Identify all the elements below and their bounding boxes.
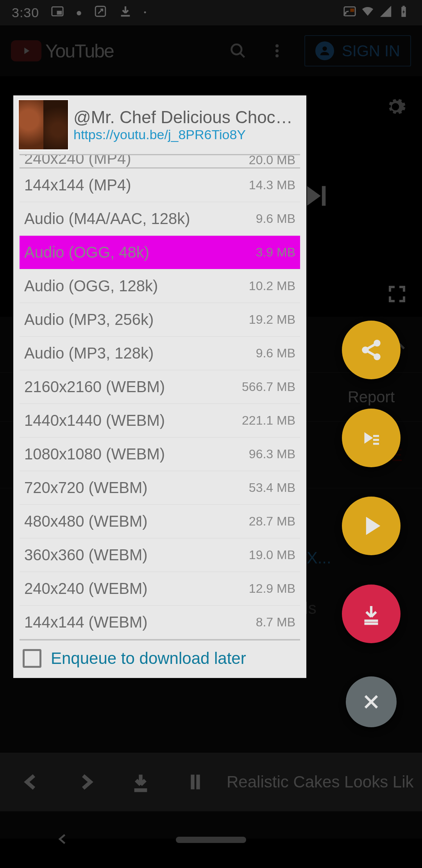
pip-icon [51, 5, 64, 21]
share-fab[interactable] [342, 321, 401, 379]
sign-in-button[interactable]: SIGN IN [304, 35, 411, 66]
format-size: 14.3 MB [249, 178, 295, 192]
svg-rect-6 [402, 5, 405, 7]
sign-in-label: SIGN IN [342, 42, 400, 60]
list-item[interactable]: 720x720 (WEBM)53.4 MB [20, 471, 300, 505]
format-label: Audio (OGG, 48k) [24, 244, 256, 261]
format-size: 221.1 MB [242, 413, 295, 428]
signal-icon [379, 5, 392, 21]
format-label: 360x360 (WEBM) [24, 546, 249, 564]
format-list[interactable]: 240x240 (MP4) 20.0 MB 144x144 (MP4)14.3 … [20, 154, 300, 639]
list-item[interactable]: 240x240 (MP4) 20.0 MB [20, 155, 300, 169]
battery-icon [397, 5, 410, 21]
download-bar-button[interactable] [117, 766, 164, 798]
list-item[interactable]: 1080x1080 (WEBM)96.3 MB [20, 438, 300, 471]
svg-point-10 [275, 54, 279, 57]
logo-text: YouTube [45, 40, 114, 62]
gear-icon[interactable] [384, 96, 406, 119]
kebab-icon[interactable] [265, 39, 289, 63]
format-label: Audio (MP3, 128k) [24, 344, 256, 362]
list-item[interactable]: Audio (MP3, 128k)9.6 MB [20, 337, 300, 370]
svg-point-12 [374, 340, 380, 346]
svg-point-14 [374, 354, 380, 360]
format-label: 144x144 (MP4) [24, 176, 249, 194]
dialog-title: @Mr. Chef Delicious Choco… [73, 108, 302, 127]
fab-column [342, 321, 401, 731]
format-size: 53.4 MB [249, 481, 295, 495]
format-label: 1440x1440 (WEBM) [24, 412, 242, 429]
svg-rect-4 [350, 8, 354, 11]
format-label: 144x144 (WEBM) [24, 613, 256, 631]
list-item[interactable]: 144x144 (MP4)14.3 MB [20, 169, 300, 202]
avatar-icon [315, 41, 334, 60]
format-label: 2160x2160 (WEBM) [24, 378, 242, 396]
close-fab[interactable] [346, 676, 397, 727]
list-item[interactable]: 240x240 (WEBM)12.9 MB [20, 572, 300, 606]
format-size: 566.7 MB [242, 380, 295, 394]
format-size: 28.7 MB [249, 514, 295, 529]
format-label: Audio (OGG, 128k) [24, 277, 249, 295]
format-size: 96.3 MB [249, 447, 295, 461]
format-label: 720x720 (WEBM) [24, 479, 249, 497]
format-size: 9.6 MB [256, 346, 295, 360]
format-label: Audio (M4A/AAC, 128k) [24, 210, 256, 228]
playlist-fab[interactable] [342, 409, 401, 467]
enqueue-label[interactable]: Enqueue to download later [51, 649, 246, 668]
youtube-logo[interactable]: YouTube [11, 40, 114, 62]
pause-button[interactable] [172, 766, 219, 798]
format-size: 9.6 MB [256, 212, 295, 226]
format-label: 1080x1080 (WEBM) [24, 445, 249, 463]
svg-point-8 [275, 44, 279, 47]
list-item[interactable]: 144x144 (WEBM)8.7 MB [20, 606, 300, 639]
clock: 3:30 [12, 5, 39, 20]
format-size: 12.9 MB [249, 581, 295, 596]
status-bar: 3:30 ● • [0, 0, 422, 25]
forward-button[interactable] [63, 766, 109, 798]
list-item[interactable]: Audio (MP3, 256k)19.2 MB [20, 303, 300, 337]
download-icon [119, 5, 132, 21]
dot-icon: • [144, 9, 146, 17]
back-button[interactable] [8, 766, 55, 798]
play-fab[interactable] [342, 497, 401, 555]
play-icon [11, 40, 41, 61]
video-thumbnail [18, 99, 69, 150]
svg-point-7 [232, 45, 242, 55]
bubble-icon: ● [76, 7, 82, 19]
list-item[interactable]: Audio (OGG, 48k)3.9 MB [20, 236, 300, 269]
svg-point-13 [363, 347, 368, 353]
format-label: 480x480 (WEBM) [24, 513, 249, 530]
svg-rect-1 [57, 11, 62, 14]
wifi-icon [361, 5, 374, 21]
cast-icon [343, 5, 356, 21]
list-item[interactable]: 2160x2160 (WEBM)566.7 MB [20, 370, 300, 404]
format-size: 19.2 MB [249, 312, 295, 327]
format-size: 10.2 MB [249, 279, 295, 293]
app-icon [94, 5, 107, 21]
list-item[interactable]: 360x360 (WEBM)19.0 MB [20, 538, 300, 572]
list-item[interactable]: Audio (M4A/AAC, 128k)9.6 MB [20, 202, 300, 236]
now-playing-title[interactable]: Realistic Cakes Looks Like Ev.. [227, 773, 414, 791]
list-item[interactable]: 1440x1440 (WEBM)221.1 MB [20, 404, 300, 438]
sys-back-icon[interactable] [55, 832, 70, 848]
format-size: 19.0 MB [249, 548, 295, 562]
list-item[interactable]: 480x480 (WEBM)28.7 MB [20, 505, 300, 538]
format-label: Audio (MP3, 256k) [24, 311, 249, 328]
search-icon[interactable] [226, 39, 250, 63]
download-fab[interactable] [342, 585, 401, 643]
format-label: 240x240 (WEBM) [24, 580, 249, 597]
list-item[interactable]: Audio (OGG, 128k)10.2 MB [20, 269, 300, 303]
format-size: 8.7 MB [256, 615, 295, 629]
enqueue-checkbox[interactable] [23, 649, 41, 668]
download-dialog: @Mr. Chef Delicious Choco… https://youtu… [13, 95, 306, 678]
dialog-url[interactable]: https://youtu.be/j_8PR6Tio8Y [73, 127, 302, 142]
fullscreen-icon[interactable] [388, 285, 406, 305]
svg-point-11 [322, 47, 327, 51]
bottom-bar: Realistic Cakes Looks Like Ev.. [0, 753, 422, 811]
system-nav [0, 811, 422, 868]
svg-point-9 [275, 49, 279, 52]
home-pill[interactable] [176, 837, 246, 843]
format-size: 3.9 MB [256, 245, 295, 260]
